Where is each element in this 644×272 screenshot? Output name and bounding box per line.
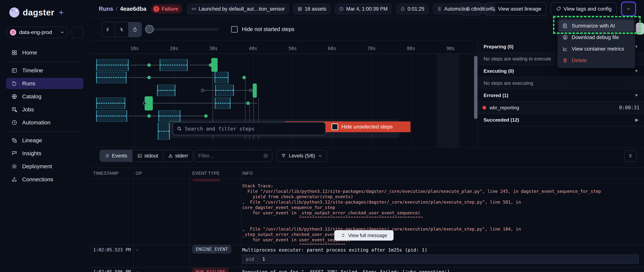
menu-item-delete[interactable]: Delete xyxy=(559,55,634,66)
hide-not-started-checkbox[interactable] xyxy=(231,26,238,33)
sidebar-item-catalog[interactable]: Catalog xyxy=(6,91,83,102)
hide-unselected-label: Hide unselected steps xyxy=(342,124,393,130)
column-divider xyxy=(190,167,190,272)
gantt-step-bar[interactable] xyxy=(215,97,230,109)
expand-log-panel-button[interactable] xyxy=(624,150,637,162)
updown-chevrons-icon xyxy=(628,153,633,158)
view-full-message-button[interactable]: View full message xyxy=(334,230,394,241)
run-tag-label: 0:01:25 xyxy=(408,6,424,12)
flat-list-icon xyxy=(106,27,111,32)
sidebar-item-jobs[interactable]: Jobs xyxy=(6,104,83,115)
terminal-icon xyxy=(137,153,142,158)
gantt-step-bar[interactable] xyxy=(96,72,126,83)
sidebar-item-label: Jobs xyxy=(22,106,34,113)
gantt-step-bar[interactable] xyxy=(211,58,218,72)
gantt-step-bar[interactable] xyxy=(157,85,175,96)
step-name: wbr_reporting xyxy=(490,105,616,111)
gantt-connector-line xyxy=(130,65,160,65)
panel-step-row[interactable]: wbr_reporting0:00:31 xyxy=(478,102,644,114)
view-asset-lineage-button[interactable]: View asset lineage xyxy=(485,2,546,16)
step-duration: 0:00:31 xyxy=(619,105,640,111)
panel-section-header[interactable]: Errored (1)▼ xyxy=(478,89,644,102)
column-header-info: INFO xyxy=(242,171,253,176)
tab-stderr[interactable]: stderr xyxy=(163,150,193,161)
jobs-icon xyxy=(11,107,17,113)
gantt-connector-dot xyxy=(143,102,146,105)
search-icon xyxy=(177,126,182,131)
zoom-slider-track[interactable] xyxy=(147,28,219,30)
gantt-connector-dot xyxy=(242,76,246,79)
alerts-button[interactable]: 0 xyxy=(461,2,481,16)
run-tag-pill[interactable]: 0:01:25 xyxy=(396,3,428,14)
catalog-icon xyxy=(11,94,17,100)
gantt-step-bar[interactable] xyxy=(96,59,128,71)
axis-tick: 70s xyxy=(367,46,376,51)
tab-events[interactable]: Events xyxy=(100,150,132,161)
waterfall-view-button[interactable] xyxy=(115,22,128,37)
sidebar-item-automation[interactable]: Automation xyxy=(6,117,83,128)
log-filter-input[interactable]: Filter… xyxy=(194,150,272,162)
gantt-gridline xyxy=(450,54,451,147)
menu-item-label: Download debug file xyxy=(572,34,619,40)
trash-icon xyxy=(562,58,568,63)
log-timestamp: 1:02:05.523 PM xyxy=(93,247,131,253)
sidebar-item-label: Catalog xyxy=(22,93,41,100)
gantt-connector-line xyxy=(230,103,257,104)
collapse-sidebar-button[interactable] xyxy=(72,27,83,38)
metrics-icon xyxy=(562,46,568,52)
clear-filter-icon[interactable] xyxy=(263,153,268,158)
chevron-right-icon: ▶ xyxy=(635,118,638,122)
log-op: - xyxy=(136,247,138,253)
nav-divider xyxy=(6,61,83,62)
sidebar-item-insights[interactable]: Insights xyxy=(6,148,83,159)
flat-view-button[interactable] xyxy=(102,22,115,37)
gantt-step-bar[interactable] xyxy=(215,85,234,96)
run-tag-pill[interactable]: Launched by default_aut…tion_sensor xyxy=(187,3,289,14)
axis-tick: 50s xyxy=(288,46,297,51)
gantt-connector-line xyxy=(189,65,211,65)
gantt-step-bar[interactable] xyxy=(96,97,125,109)
topbar: Runs / 4eae6dba ! Failure Launched by de… xyxy=(0,0,644,18)
sidebar-item-runs[interactable]: Runs xyxy=(6,78,83,89)
run-tag-label: 16 assets xyxy=(305,6,326,12)
view-tags-config-label: View tags and config xyxy=(564,6,612,12)
sidebar-item-home[interactable]: Home xyxy=(6,47,83,58)
gantt-step-bar[interactable] xyxy=(215,72,228,83)
view-tags-config-button[interactable]: View tags and config xyxy=(551,2,617,16)
triangle-down-icon: ▼ xyxy=(634,69,638,73)
menu-item-view-container-metrics[interactable]: View container metrics xyxy=(559,43,634,55)
gantt-step-bar[interactable] xyxy=(160,59,188,71)
levels-filter-button[interactable]: Levels (5/6) xyxy=(276,150,327,162)
step-search-input[interactable]: Search and filter steps xyxy=(172,122,326,135)
gantt-connector-line xyxy=(180,116,206,116)
sidebar-item-connections[interactable]: Connections xyxy=(6,174,83,185)
stack-trace: Stack Trace: File "/usr/local/lib/python… xyxy=(242,183,641,248)
run-tag-pills: Launched by default_aut…tion_sensor16 as… xyxy=(187,3,496,14)
levels-label: Levels (5/6) xyxy=(289,153,315,159)
sidebar-item-label: Timeline xyxy=(22,67,43,74)
log-info: Execution of run for "__ASSET_JOB" faile… xyxy=(242,269,450,272)
timed-view-button[interactable] xyxy=(128,22,142,37)
gantt-scrollbar[interactable] xyxy=(474,56,478,119)
stopwatch-icon xyxy=(132,27,138,32)
run-tag-pill[interactable]: 16 assets xyxy=(293,3,330,14)
gantt-connector-dot xyxy=(148,63,151,67)
run-tag-pill[interactable]: Mar 4, 1:00:39 PM xyxy=(335,3,392,14)
sidebar-item-label: Automation xyxy=(22,119,50,126)
zoom-slider-thumb[interactable] xyxy=(145,25,154,33)
log-header-border xyxy=(90,167,644,168)
hide-unselected-checkbox[interactable] xyxy=(332,124,338,130)
breadcrumb-runs-link[interactable]: Runs xyxy=(99,5,113,12)
list-icon xyxy=(105,153,110,158)
deployment-selector[interactable]: D data-eng-prod xyxy=(6,27,68,38)
gantt-step-bar[interactable] xyxy=(253,84,257,98)
gantt-view-mode-switcher xyxy=(102,22,142,37)
sidebar-item-lineage[interactable]: Lineage xyxy=(6,135,83,146)
gantt-step-bar[interactable] xyxy=(96,110,127,122)
sidebar-item-deployment[interactable]: Deployment xyxy=(6,161,83,172)
sidebar-item-timeline[interactable]: Timeline xyxy=(6,65,83,76)
log-tabs: Eventsstdoutstderr xyxy=(100,150,193,162)
run-actions-menu-button[interactable] xyxy=(621,1,636,16)
tab-stdout[interactable]: stdout xyxy=(132,150,164,161)
panel-section-header[interactable]: Succeeded (12)▶ xyxy=(478,114,644,126)
